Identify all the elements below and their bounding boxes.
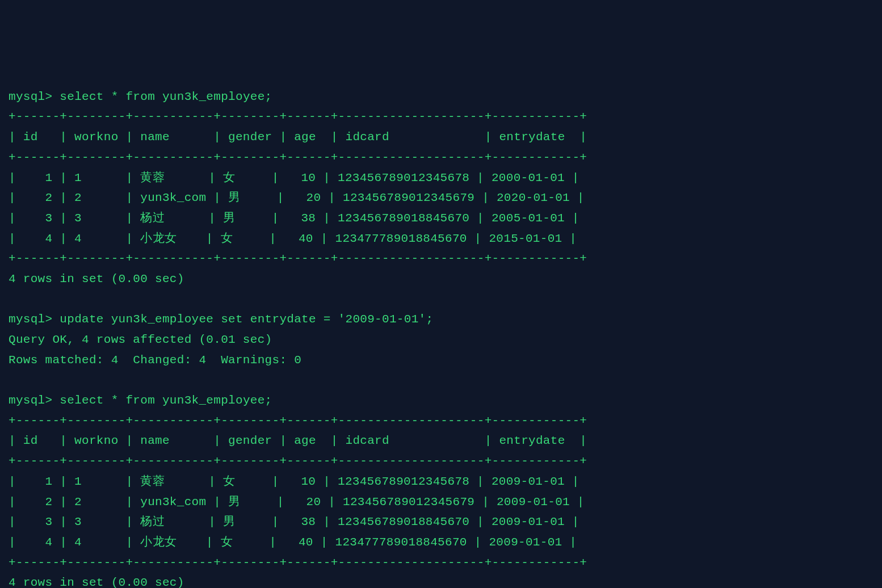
sql-query-select1: select * from yun3k_employee; <box>60 90 272 103</box>
sql-query-select2: select * from yun3k_employee; <box>60 394 272 407</box>
table1-border-mid: +------+--------+-----------+--------+--… <box>9 151 587 164</box>
table2-row: | 1 | 1 | 黄蓉 | 女 | 10 | 1234567890123456… <box>9 475 579 488</box>
table1-header: | id | workno | name | gender | age | id… <box>9 131 587 144</box>
table1-row: | 2 | 2 | yun3k_com | 男 | 20 | 123456789… <box>9 191 585 204</box>
table2-header: | id | workno | name | gender | age | id… <box>9 434 587 447</box>
table2-border-mid: +------+--------+-----------+--------+--… <box>9 455 587 468</box>
mysql-prompt: mysql> <box>9 394 52 407</box>
mysql-prompt: mysql> <box>9 90 52 103</box>
terminal-output[interactable]: mysql> select * from yun3k_employee; +--… <box>9 87 873 588</box>
table1-row: | 3 | 3 | 杨过 | 男 | 38 | 1234567890188456… <box>9 212 579 225</box>
table2-row: | 4 | 4 | 小龙女 | 女 | 40 | 123477789018845… <box>9 536 577 549</box>
sql-query-update: update yun3k_employee set entrydate = '2… <box>60 313 433 326</box>
table1-border-top: +------+--------+-----------+--------+--… <box>9 110 587 123</box>
table1-row: | 4 | 4 | 小龙女 | 女 | 40 | 123477789018845… <box>9 232 577 245</box>
table1-border-bot: +------+--------+-----------+--------+--… <box>9 252 587 265</box>
table1-summary: 4 rows in set (0.00 sec) <box>9 272 184 285</box>
table2-summary: 4 rows in set (0.00 sec) <box>9 576 184 588</box>
table2-border-bot: +------+--------+-----------+--------+--… <box>9 556 587 569</box>
update-result-line1: Query OK, 4 rows affected (0.01 sec) <box>9 333 272 346</box>
table2-border-top: +------+--------+-----------+--------+--… <box>9 414 587 427</box>
table2-row: | 2 | 2 | yun3k_com | 男 | 20 | 123456789… <box>9 495 585 509</box>
update-result-line2: Rows matched: 4 Changed: 4 Warnings: 0 <box>9 354 301 367</box>
table2-row: | 3 | 3 | 杨过 | 男 | 38 | 1234567890188456… <box>9 515 579 528</box>
table1-row: | 1 | 1 | 黄蓉 | 女 | 10 | 1234567890123456… <box>9 171 579 184</box>
mysql-prompt: mysql> <box>9 313 52 326</box>
